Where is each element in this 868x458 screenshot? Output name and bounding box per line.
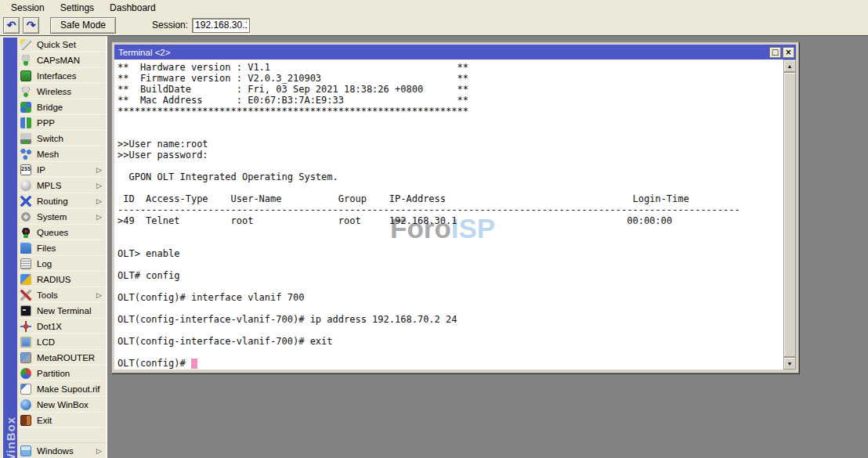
submenu-arrow-icon: ▷: [96, 182, 102, 189]
terminal-scrollbar[interactable]: ▲ ▼: [783, 60, 796, 370]
sidebar-item-label: Make Supout.rif: [37, 384, 100, 394]
close-button[interactable]: ×: [783, 47, 794, 58]
routing-icon: [20, 196, 31, 207]
sidebar-item-label: Queues: [37, 228, 68, 237]
redo-button[interactable]: ↷: [23, 17, 39, 34]
redo-icon: ↷: [27, 20, 36, 31]
undo-icon: ↶: [7, 20, 16, 31]
sidebar-item-quick-set[interactable]: Quick Set: [17, 37, 106, 52]
sidebar-item-windows[interactable]: Windows▷: [17, 442, 106, 458]
capsman-icon: [20, 55, 31, 66]
menu-dashboard[interactable]: Dashboard: [103, 2, 162, 14]
sidebar-item-radius[interactable]: RADIUS: [17, 272, 106, 287]
submenu-arrow-icon: ▷: [96, 291, 102, 299]
sidebar-item-new-winbox[interactable]: New WinBox: [17, 397, 106, 413]
dot1x-icon: [20, 321, 31, 332]
sidebar-item-bridge[interactable]: Bridge: [17, 99, 106, 115]
winbox-app: Session Settings Dashboard ↶ ↷ Safe Mode…: [0, 0, 868, 458]
sidebar-item-label: LCD: [37, 337, 55, 347]
submenu-arrow-icon: ▷: [96, 197, 102, 205]
sidebar-item-switch[interactable]: Switch: [17, 131, 106, 146]
sidebar-item-mesh[interactable]: Mesh: [17, 146, 106, 162]
sidebar-item-make-supout-rif[interactable]: Make Supout.rif: [17, 381, 106, 397]
sidebar-item-files[interactable]: Files: [17, 240, 106, 256]
sidebar-item-lcd[interactable]: LCD: [17, 334, 106, 350]
scroll-down-button[interactable]: ▼: [783, 357, 796, 370]
scroll-down-icon: ▼: [787, 361, 793, 366]
terminal-body: ForoISP ** Hardware version : V1.1 ** **…: [114, 60, 796, 370]
sidebar-items: Quick SetCAPsMANInterfacesWirelessBridge…: [17, 37, 106, 428]
sidebar-item-tools[interactable]: Tools▷: [17, 287, 106, 303]
sidebar-item-label: MetaROUTER: [37, 353, 95, 362]
submenu-arrow-icon: ▷: [96, 166, 102, 174]
sidebar-windows-slot: Windows▷: [17, 442, 106, 458]
sidebar-item-label: Dot1X: [37, 322, 62, 331]
files-icon: [20, 243, 31, 254]
scroll-up-icon: ▲: [787, 63, 793, 69]
terminal-output[interactable]: ** Hardware version : V1.1 ** ** Firmwar…: [114, 60, 796, 370]
sidebar-item-label: System: [37, 212, 67, 222]
lcd-icon: [20, 337, 31, 348]
sidebar-item-log[interactable]: Log: [17, 256, 106, 272]
sidebar-item-mpls[interactable]: MPLS▷: [17, 178, 106, 193]
sidebar-item-interfaces[interactable]: Interfaces: [17, 68, 106, 84]
scrollbar-thumb[interactable]: [783, 72, 796, 357]
submenu-arrow-icon: ▷: [96, 213, 102, 221]
mesh-icon: [20, 149, 31, 160]
sidebar-item-label: Files: [37, 243, 56, 253]
sidebar-item-label: Exit: [37, 416, 52, 425]
winbox-vertical-logo: WinBox: [3, 417, 17, 458]
session-input[interactable]: [192, 18, 250, 33]
metarouter-icon: [20, 352, 31, 363]
terminal-title: Terminal <2>: [118, 48, 170, 57]
winbox-icon: [20, 399, 31, 410]
mpls-icon: [20, 180, 31, 191]
exit-icon: [20, 415, 31, 426]
sidebar-item-label: Log: [37, 259, 52, 269]
maximize-button[interactable]: □: [769, 47, 781, 58]
interfaces-icon: [20, 70, 31, 81]
winbox-brand-strip: WinBox: [3, 38, 17, 458]
log-icon: [20, 258, 31, 269]
sidebar-item-label: Mesh: [37, 150, 59, 159]
sidebar-item-queues[interactable]: Queues: [17, 225, 106, 240]
windows-icon: [20, 445, 31, 456]
sidebar-item-wireless[interactable]: Wireless: [17, 84, 106, 99]
sidebar-item-dot1x[interactable]: Dot1X: [17, 319, 106, 334]
menu-settings[interactable]: Settings: [54, 2, 100, 14]
queues-icon: [20, 227, 31, 238]
sidebar-item-metarouter[interactable]: MetaROUTER: [17, 350, 106, 366]
sidebar-item-capsman[interactable]: CAPsMAN: [17, 52, 106, 68]
terminal-titlebar[interactable]: Terminal <2> □ ×: [114, 45, 796, 60]
terminal-text: ** Hardware version : V1.1 ** ** Firmwar…: [118, 62, 740, 369]
sidebar-item-new-terminal[interactable]: New Terminal: [17, 303, 106, 319]
sidebar-item-label: Switch: [37, 134, 63, 143]
session-label: Session:: [152, 20, 188, 31]
wand-icon: [20, 39, 31, 50]
ppp-icon: [20, 117, 31, 128]
sidebar-item-ppp[interactable]: PPP: [17, 115, 106, 131]
sidebar-item-label: Wireless: [37, 87, 71, 96]
menu-bar: Session Settings Dashboard: [0, 0, 868, 15]
sidebar-item-partition[interactable]: Partition: [17, 366, 106, 381]
sidebar-item-label: PPP: [37, 118, 55, 128]
radius-icon: [20, 274, 31, 285]
sidebar-item-label: Interfaces: [37, 71, 77, 81]
system-icon: [20, 211, 31, 222]
menu-session[interactable]: Session: [5, 2, 51, 14]
sidebar-item-routing[interactable]: Routing▷: [17, 193, 106, 209]
safe-mode-button[interactable]: Safe Mode: [50, 17, 116, 34]
undo-button[interactable]: ↶: [3, 17, 20, 34]
main-area: WinBox Quick SetCAPsMANInterfacesWireles…: [0, 36, 868, 458]
sidebar-item-label: Quick Set: [37, 40, 76, 49]
sidebar-item-system[interactable]: System▷: [17, 209, 106, 225]
sidebar-item-label: Partition: [37, 369, 70, 378]
ip-icon: 255: [20, 164, 31, 175]
terminal-window: Terminal <2> □ × ForoISP ** Hardware ver…: [111, 41, 799, 373]
sidebar-item-exit[interactable]: Exit: [17, 413, 106, 428]
scroll-up-button[interactable]: ▲: [783, 60, 796, 72]
maximize-icon: □: [772, 49, 779, 56]
sidebar-item-ip[interactable]: 255IP▷: [17, 162, 106, 178]
sidebar-item-label: RADIUS: [37, 275, 71, 284]
sidebar-item-label: CAPsMAN: [37, 56, 80, 65]
